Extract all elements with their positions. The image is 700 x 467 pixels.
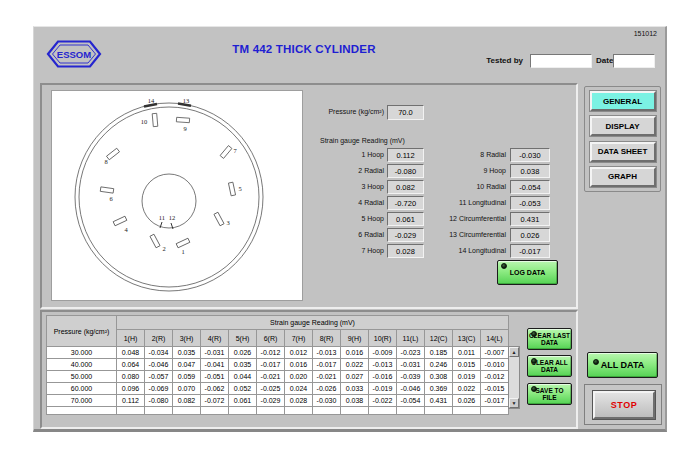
value-cell: 0.020	[285, 371, 313, 383]
gauge-label-11: 11	[159, 214, 165, 221]
value-cell: -0.026	[313, 383, 341, 395]
gauge-label-5: 5	[238, 185, 241, 192]
nav-button-general[interactable]: GENERAL	[590, 91, 656, 111]
value-cell: -0.034	[145, 347, 173, 359]
gauge-label-1: 1	[181, 248, 184, 255]
table-row: 70.0000.112-0.0800.082-0.0720.061-0.0290…	[47, 395, 509, 407]
value-cell: -0.046	[397, 383, 425, 395]
column-header: 9(H)	[341, 330, 369, 347]
value-cell: -0.019	[369, 383, 397, 395]
value-cell: 0.185	[425, 347, 453, 359]
nav-button-graph[interactable]: GRAPH	[590, 167, 656, 187]
save-to-file-button[interactable]: SAVE TO FILE	[527, 383, 572, 405]
gauge-label-6: 6	[109, 195, 113, 202]
strain-group-header: Strain gauge Reading (mV)	[117, 316, 509, 330]
value-cell: -0.015	[481, 383, 509, 395]
value-cell: 0.059	[173, 371, 201, 383]
gauge-label-10: 10	[141, 118, 148, 125]
column-header: 13(C)	[453, 330, 481, 347]
value-cell: -0.009	[369, 347, 397, 359]
reading-label: 5 Hoop	[280, 215, 384, 227]
value-cell: 0.052	[229, 383, 257, 395]
clear-last-data-led-icon	[531, 331, 537, 337]
reading-value: -0.053	[510, 196, 550, 210]
value-cell: 0.064	[117, 359, 145, 371]
reading-label: 3 Hoop	[280, 183, 384, 195]
gauge-label-13: 13	[183, 97, 190, 104]
clear-last-data-button[interactable]: CLEAR LASTDATA	[527, 328, 572, 350]
value-cell: 0.022	[341, 359, 369, 371]
reading-label: 12 Circumferential	[382, 215, 506, 227]
value-cell: 0.019	[453, 371, 481, 383]
all-data-label: ALL DATA	[601, 360, 645, 370]
value-cell: -0.029	[257, 395, 285, 407]
reading-value: -0.017	[510, 244, 550, 258]
gauge-label-8: 8	[104, 158, 107, 165]
tested-by-input[interactable]	[530, 54, 592, 68]
scroll-down-button[interactable]: ▼	[509, 398, 519, 408]
value-cell: -0.022	[369, 395, 397, 407]
reading-label: 10 Radial	[382, 183, 506, 195]
empty-cell	[313, 407, 341, 415]
logo-text: ESSOM	[57, 49, 91, 60]
reading-label: 7 Hoop	[280, 247, 384, 259]
empty-cell	[201, 407, 229, 415]
value-cell: -0.072	[201, 395, 229, 407]
pressure-cell: 50.000	[47, 371, 117, 383]
value-cell: 0.082	[173, 395, 201, 407]
value-cell: -0.039	[397, 371, 425, 383]
value-cell: 0.047	[173, 359, 201, 371]
gauge-label-4: 4	[124, 226, 128, 233]
pressure-label: Pressure (kg/cm²)	[282, 108, 384, 115]
date-input[interactable]	[613, 54, 655, 68]
value-cell: 0.096	[117, 383, 145, 395]
column-header: 4(R)	[201, 330, 229, 347]
pressure-cell: 30.000	[47, 347, 117, 359]
table-row: 40.0000.064-0.0460.047-0.0410.035-0.0170…	[47, 359, 509, 371]
value-cell: 0.048	[117, 347, 145, 359]
readings-panel: 1234567891011121314 Pressure (kg/cm²) 70…	[40, 83, 578, 309]
reading-label: 11 Longitudinal	[382, 199, 506, 211]
empty-cell	[397, 407, 425, 415]
value-cell: -0.012	[481, 371, 509, 383]
pressure-column-header: Pressure (kg/cm²)	[47, 316, 117, 347]
value-cell: -0.013	[313, 347, 341, 359]
strain-section-title: Strain gauge Reading (mV)	[320, 137, 405, 144]
value-cell: 0.112	[117, 395, 145, 407]
all-data-led-icon	[593, 359, 599, 365]
empty-cell	[425, 407, 453, 415]
empty-cell	[257, 407, 285, 415]
app-window: ESSOM TM 442 THICK CYLINDER 151012 Teste…	[33, 26, 667, 432]
all-data-button[interactable]: ALL DATA	[587, 352, 658, 378]
reading-value: -0.030	[510, 148, 550, 162]
cylinder-diagram: 1234567891011121314	[51, 90, 303, 301]
value-cell: 0.431	[425, 395, 453, 407]
table-header-row: Pressure (kg/cm²)Strain gauge Reading (m…	[47, 316, 509, 330]
value-cell: 0.070	[173, 383, 201, 395]
empty-cell	[47, 407, 117, 415]
nav-button-data-sheet[interactable]: DATA SHEET	[590, 142, 656, 162]
value-cell: -0.012	[257, 347, 285, 359]
stop-button[interactable]: STOP	[593, 391, 655, 419]
essom-logo: ESSOM	[45, 39, 103, 69]
table-scrollbar[interactable]: ▲ ▼	[508, 346, 520, 409]
value-cell: -0.025	[257, 383, 285, 395]
pressure-value: 70.0	[387, 105, 424, 120]
clear-all-data-led-icon	[531, 358, 537, 364]
reading-label: 6 Radial	[280, 231, 384, 243]
value-cell: -0.069	[145, 383, 173, 395]
nav-button-display[interactable]: DISPLAY	[590, 116, 656, 136]
reading-label: 1 Hoop	[280, 151, 384, 163]
value-cell: 0.015	[453, 359, 481, 371]
page-title: TM 442 THICK CYLINDER	[154, 43, 454, 55]
empty-cell	[481, 407, 509, 415]
value-cell: 0.035	[229, 359, 257, 371]
scroll-up-button[interactable]: ▲	[509, 347, 519, 357]
value-cell: 0.026	[453, 395, 481, 407]
clear-all-data-button[interactable]: CLEAR ALLDATA	[527, 355, 572, 377]
column-header: 5(H)	[229, 330, 257, 347]
nav-panel: GENERALDISPLAYDATA SHEETGRAPH	[584, 86, 661, 192]
value-cell: -0.010	[481, 359, 509, 371]
log-data-button[interactable]: LOG DATA	[497, 260, 558, 285]
empty-cell	[145, 407, 173, 415]
